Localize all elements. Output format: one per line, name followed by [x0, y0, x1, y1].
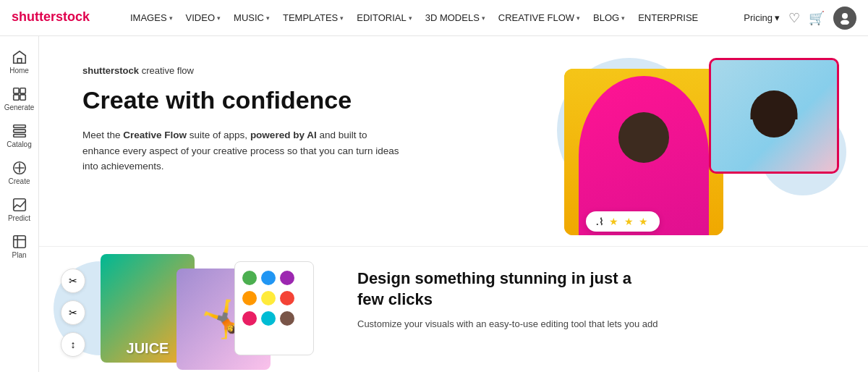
nav-creative-flow[interactable]: CREATIVE FLOW ▾ — [493, 8, 586, 28]
color-swatches-card — [234, 261, 314, 355]
svg-rect-9 — [13, 130, 25, 132]
swatch-brown[interactable] — [280, 311, 294, 326]
nav-blog[interactable]: BLOG ▾ — [587, 8, 631, 28]
swatch-pink[interactable] — [242, 311, 257, 326]
predict-icon — [12, 197, 27, 213]
svg-point-1 — [842, 13, 848, 19]
swatch-red[interactable] — [280, 291, 294, 305]
editorial-caret-icon: ▾ — [409, 14, 412, 22]
wishlist-icon[interactable]: ♡ — [788, 10, 800, 26]
3dmodels-caret-icon: ▾ — [482, 14, 485, 22]
nav-3d-models[interactable]: 3D MODELS ▾ — [420, 8, 491, 28]
bottom-left-visuals: ✂ ✂ ↕ JUICE 🤸 — [39, 247, 328, 372]
images-caret-icon: ▾ — [169, 14, 173, 22]
bottom-section: ✂ ✂ ↕ JUICE 🤸 — [39, 246, 868, 372]
blog-caret-icon: ▾ — [621, 14, 625, 22]
yellow-photo-card — [564, 69, 723, 235]
swatch-cyan[interactable] — [261, 311, 276, 326]
svg-rect-6 — [13, 95, 18, 100]
sidebar-item-predict[interactable]: Predict — [0, 191, 38, 225]
brand-name: shutterstock — [82, 65, 139, 76]
pink-photo-card — [709, 58, 839, 174]
sidebar-item-plan[interactable]: Plan — [0, 228, 38, 262]
bottom-description: Customize your visuals with an easy-to-u… — [357, 317, 839, 331]
hero-image-collage: .⌇ ★ ★ ★ — [542, 51, 846, 246]
swatch-green[interactable] — [242, 271, 257, 285]
catalog-icon — [12, 123, 27, 139]
nav-right: Pricing ▾ ♡ 🛒 — [744, 7, 856, 30]
swatch-row-3 — [242, 311, 306, 326]
nav-enterprise[interactable]: ENTERPRISE — [632, 8, 704, 28]
svg-rect-5 — [20, 88, 25, 93]
logo[interactable]: shutterstock — [12, 7, 106, 28]
ai-stars: ★ ★ ★ — [609, 216, 650, 227]
svg-rect-13 — [13, 236, 25, 248]
plan-icon — [12, 234, 27, 250]
hero-text: shutterstock creative flow Create with c… — [82, 65, 430, 224]
creativeflow-caret-icon: ▾ — [576, 14, 580, 22]
swatch-yellow[interactable] — [261, 291, 276, 305]
svg-point-2 — [841, 20, 849, 25]
svg-rect-8 — [13, 125, 25, 128]
tool-icons-group: ✂ ✂ ↕ — [61, 269, 85, 357]
scissor-icon[interactable]: ✂ — [61, 269, 85, 293]
bottom-title: Design something stunning in just a few … — [357, 269, 632, 310]
ai-badge: .⌇ ★ ★ ★ — [586, 211, 660, 232]
nav-video[interactable]: VIDEO ▾ — [180, 8, 226, 28]
sidebar-item-create[interactable]: Create — [0, 154, 38, 188]
swatch-row-1 — [242, 271, 306, 285]
top-nav: shutterstock IMAGES ▾ VIDEO ▾ MUSIC ▾ TE… — [0, 0, 868, 36]
svg-rect-3 — [17, 59, 22, 63]
adjust-icon[interactable]: ✂ — [61, 300, 85, 325]
hero-description: Meet the Creative Flow suite of apps, po… — [82, 127, 401, 174]
user-avatar[interactable] — [833, 7, 856, 30]
pricing-link[interactable]: Pricing ▾ — [744, 12, 780, 23]
main-content: shutterstock creative flow Create with c… — [39, 36, 868, 372]
create-icon — [12, 160, 27, 176]
svg-rect-10 — [13, 135, 25, 138]
bottom-right-text: Design something stunning in just a few … — [328, 247, 868, 372]
brand-suffix: creative flow — [139, 65, 194, 76]
nav-music[interactable]: MUSIC ▾ — [228, 8, 276, 28]
juice-label: JUICE — [127, 340, 169, 357]
swatch-blue[interactable] — [261, 271, 276, 285]
ai-logo-text: .⌇ — [596, 216, 603, 227]
templates-caret-icon: ▾ — [340, 14, 344, 22]
svg-rect-7 — [20, 95, 25, 100]
sidebar-item-home[interactable]: Home — [0, 43, 38, 77]
svg-text:shutterstock: shutterstock — [12, 9, 90, 24]
cart-icon[interactable]: 🛒 — [809, 10, 825, 26]
pricing-caret-icon: ▾ — [775, 12, 780, 23]
hero-section: shutterstock creative flow Create with c… — [39, 36, 868, 246]
video-caret-icon: ▾ — [217, 14, 221, 22]
music-caret-icon: ▾ — [266, 14, 270, 22]
sidebar: Home Generate Catalog — [0, 36, 39, 372]
svg-rect-12 — [13, 199, 25, 211]
sidebar-item-generate[interactable]: Generate — [0, 80, 38, 114]
nav-editorial[interactable]: EDITORIAL ▾ — [351, 8, 417, 28]
nav-links: IMAGES ▾ VIDEO ▾ MUSIC ▾ TEMPLATES ▾ EDI… — [124, 8, 731, 28]
swatch-orange[interactable] — [242, 291, 257, 305]
hero-title: Create with confidence — [82, 86, 430, 114]
swatch-row-2 — [242, 291, 306, 305]
nav-images[interactable]: IMAGES ▾ — [124, 8, 179, 28]
svg-rect-4 — [13, 88, 18, 93]
swatch-purple[interactable] — [280, 271, 294, 285]
resize-icon[interactable]: ↕ — [61, 332, 85, 357]
sidebar-item-catalog[interactable]: Catalog — [0, 117, 38, 151]
home-icon — [12, 49, 27, 65]
hero-brand: shutterstock creative flow — [82, 65, 430, 76]
main-layout: Home Generate Catalog — [0, 36, 868, 372]
nav-templates[interactable]: TEMPLATES ▾ — [277, 8, 349, 28]
generate-icon — [12, 86, 27, 102]
